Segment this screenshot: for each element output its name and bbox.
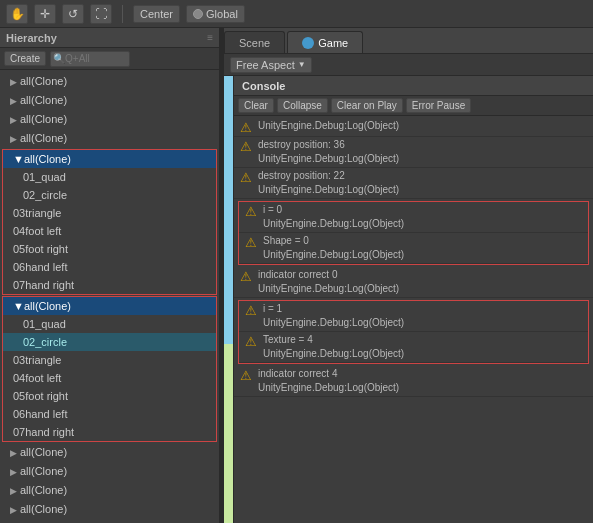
log-text: i = 0UnityEngine.Debug:Log(Object) — [263, 203, 404, 231]
log-text: Shape = 0UnityEngine.Debug:Log(Object) — [263, 234, 404, 262]
log-text: destroy position: 22UnityEngine.Debug:Lo… — [258, 169, 399, 197]
warning-icon: ⚠ — [240, 269, 254, 284]
console-clear-button[interactable]: Clear — [238, 98, 274, 113]
console-header: Console — [234, 76, 593, 96]
refresh-button[interactable]: ↺ — [62, 4, 84, 24]
hierarchy-group2-item-foot-left[interactable]: 04foot left — [3, 369, 216, 387]
log-entry[interactable]: ⚠ Texture = 4UnityEngine.Debug:Log(Objec… — [239, 332, 588, 363]
log-text: indicator correct 0UnityEngine.Debug:Log… — [258, 268, 399, 296]
hierarchy-group2-header[interactable]: ▼all(Clone) — [3, 297, 216, 315]
hierarchy-header: Hierarchy ≡ — [0, 28, 219, 48]
main-toolbar: ✋ ✛ ↺ ⛶ Center Global — [0, 0, 593, 28]
hierarchy-group1-item-circle[interactable]: 02_circle — [3, 186, 216, 204]
warning-icon: ⚠ — [240, 139, 254, 154]
hierarchy-group1-item-hand-right[interactable]: 07hand right — [3, 276, 216, 294]
console-group-1: ⚠ i = 0UnityEngine.Debug:Log(Object) ⚠ S… — [238, 201, 589, 265]
log-entry[interactable]: ⚠ Shape = 0UnityEngine.Debug:Log(Object) — [239, 233, 588, 264]
list-item[interactable]: ▶all(Clone) — [0, 129, 219, 148]
scene-tab-label: Scene — [239, 37, 270, 49]
view-toolbar: Free Aspect ▼ — [224, 54, 593, 76]
scene-game-tabbar: Scene Game — [224, 28, 593, 54]
game-tab-icon — [302, 37, 314, 49]
game-tab[interactable]: Game — [287, 31, 363, 53]
warning-icon: ⚠ — [245, 235, 259, 250]
log-entry[interactable]: ⚠ indicator correct 0UnityEngine.Debug:L… — [234, 267, 593, 298]
hierarchy-group2-item-triangle[interactable]: 03triangle — [3, 351, 216, 369]
log-text: UnityEngine.Debug:Log(Object) — [258, 119, 399, 133]
warning-icon: ⚠ — [240, 120, 254, 135]
hierarchy-group1-item-quad[interactable]: 01_quad — [3, 168, 216, 186]
list-item[interactable]: ▶all(Clone) — [0, 110, 219, 129]
center-button[interactable]: Center — [133, 5, 180, 23]
aspect-label: Free Aspect — [236, 59, 295, 71]
expand-button[interactable]: ⛶ — [90, 4, 112, 24]
hierarchy-list: ▶all(Clone) ▶all(Clone) ▶all(Clone) ▶all… — [0, 70, 219, 523]
log-text: i = 1UnityEngine.Debug:Log(Object) — [263, 302, 404, 330]
log-entry[interactable]: ⚠ UnityEngine.Debug:Log(Object) — [234, 118, 593, 137]
list-item[interactable]: ▶all(Clone) — [0, 443, 219, 462]
scene-tab[interactable]: Scene — [224, 31, 285, 53]
warning-icon: ⚠ — [240, 170, 254, 185]
list-item[interactable]: ▶all(Clone) — [0, 462, 219, 481]
create-button[interactable]: Create — [4, 51, 46, 66]
list-item[interactable]: ▶all(Clone) — [0, 91, 219, 110]
console-panel: Console Clear Collapse Clear on Play Err… — [233, 76, 593, 523]
global-button[interactable]: Global — [186, 5, 245, 23]
log-entry[interactable]: ⚠ indicator correct 4UnityEngine.Debug:L… — [234, 366, 593, 397]
hierarchy-group1-item-triangle[interactable]: 03triangle — [3, 204, 216, 222]
log-entry[interactable]: ⚠ destroy position: 22UnityEngine.Debug:… — [234, 168, 593, 199]
hierarchy-group2-item-foot-right[interactable]: 05foot right — [3, 387, 216, 405]
log-text: Texture = 4UnityEngine.Debug:Log(Object) — [263, 333, 404, 361]
right-panel: Scene Game Free Aspect ▼ Console — [224, 28, 593, 523]
hierarchy-group1-item-foot-right[interactable]: 05foot right — [3, 240, 216, 258]
hierarchy-group1-header[interactable]: ▼all(Clone) — [3, 150, 216, 168]
hierarchy-group1-item-foot-left[interactable]: 04foot left — [3, 222, 216, 240]
hierarchy-group2-item-hand-left[interactable]: 06hand left — [3, 405, 216, 423]
hierarchy-group-2: ▼all(Clone) 01_quad 02_circle 03triangle… — [2, 296, 217, 442]
center-label: Center — [140, 8, 173, 20]
list-item[interactable]: ▶all(Clone) — [0, 519, 219, 523]
console-clear-on-play-button[interactable]: Clear on Play — [331, 98, 403, 113]
viewport: Console Clear Collapse Clear on Play Err… — [224, 76, 593, 523]
game-tab-label: Game — [318, 37, 348, 49]
log-entry[interactable]: ⚠ destroy position: 36UnityEngine.Debug:… — [234, 137, 593, 168]
aspect-chevron-icon: ▼ — [298, 60, 306, 69]
hierarchy-group2-item-circle[interactable]: 02_circle — [3, 333, 216, 351]
hierarchy-panel: Hierarchy ≡ Create 🔍 ▶all(Clone) ▶all(Cl… — [0, 28, 220, 523]
hierarchy-toolbar: Create 🔍 — [0, 48, 219, 70]
console-title: Console — [242, 80, 285, 92]
warning-icon: ⚠ — [240, 368, 254, 383]
hierarchy-group2-item-hand-right[interactable]: 07hand right — [3, 423, 216, 441]
hierarchy-title: Hierarchy — [6, 32, 57, 44]
list-item[interactable]: ▶all(Clone) — [0, 72, 219, 91]
log-entry[interactable]: ⚠ i = 1UnityEngine.Debug:Log(Object) — [239, 301, 588, 332]
hierarchy-group-1: ▼all(Clone) 01_quad 02_circle 03triangle… — [2, 149, 217, 295]
hierarchy-group1-item-hand-left[interactable]: 06hand left — [3, 258, 216, 276]
list-item[interactable]: ▶all(Clone) — [0, 481, 219, 500]
warning-icon: ⚠ — [245, 204, 259, 219]
global-label: Global — [206, 8, 238, 20]
aspect-dropdown[interactable]: Free Aspect ▼ — [230, 57, 312, 73]
warning-icon: ⚠ — [245, 303, 259, 318]
warning-icon: ⚠ — [245, 334, 259, 349]
console-toolbar: Clear Collapse Clear on Play Error Pause — [234, 96, 593, 116]
console-group-2: ⚠ i = 1UnityEngine.Debug:Log(Object) ⚠ T… — [238, 300, 589, 364]
list-item[interactable]: ▶all(Clone) — [0, 500, 219, 519]
console-log: ⚠ UnityEngine.Debug:Log(Object) ⚠ destro… — [234, 116, 593, 523]
move-tool-button[interactable]: ✛ — [34, 4, 56, 24]
console-error-pause-button[interactable]: Error Pause — [406, 98, 471, 113]
log-text: indicator correct 4UnityEngine.Debug:Log… — [258, 367, 399, 395]
hierarchy-group2-item-quad[interactable]: 01_quad — [3, 315, 216, 333]
log-entry[interactable]: ⚠ i = 0UnityEngine.Debug:Log(Object) — [239, 202, 588, 233]
console-collapse-button[interactable]: Collapse — [277, 98, 328, 113]
main-area: Hierarchy ≡ Create 🔍 ▶all(Clone) ▶all(Cl… — [0, 28, 593, 523]
log-text: destroy position: 36UnityEngine.Debug:Lo… — [258, 138, 399, 166]
hand-tool-button[interactable]: ✋ — [6, 4, 28, 24]
